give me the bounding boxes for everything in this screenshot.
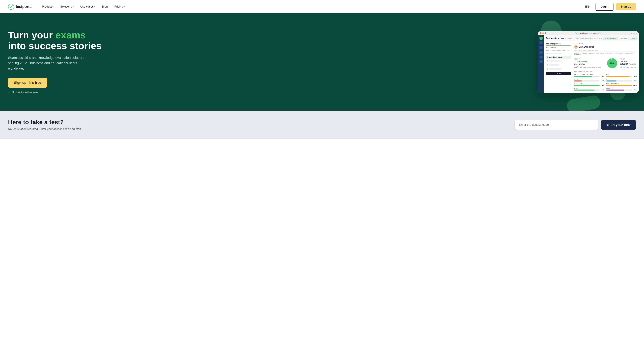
test-dot-3 — [547, 60, 548, 62]
sidebar-icon-4 — [540, 51, 542, 54]
window-title: Skills and knowledge assessment — [575, 32, 602, 34]
nav-item-usecases[interactable]: Use cases ▾ — [78, 4, 98, 10]
sidebar-icon-1 — [540, 37, 542, 40]
window-controls — [540, 32, 546, 34]
mock-header-title: Test sheets review — [546, 37, 564, 40]
test-item-3 — [546, 59, 571, 63]
mock-config-section: Test configuration 100% completed — [546, 43, 571, 48]
score-item: MATH 30% — [574, 78, 604, 82]
mock-test-list: Test progress & results Test sheets revi… — [546, 49, 571, 71]
placeholder-bar-5 — [549, 68, 562, 70]
test-dot-4 — [547, 64, 548, 66]
chevron-down-icon: ▾ — [590, 6, 590, 8]
score-circle-chart: 97% — [607, 58, 617, 68]
mock-main: Test sheets review Respondent Olivia Wil… — [544, 36, 639, 93]
total-time-value: 00:32:05 / 01:30:00 — [620, 62, 636, 65]
score-item: LAW 90% — [606, 74, 636, 77]
no-credit-card-note: ✓ No credit card required — [8, 91, 102, 94]
test-item-4 — [546, 63, 571, 67]
result-status: ✓ Test passed — [574, 60, 604, 63]
take-test-subtitle: No registration required. Enter your acc… — [8, 128, 82, 131]
nav-links: Product ▾ Solutions ▾ Use cases ▾ Blog P… — [39, 4, 128, 10]
score-item: SECURITY 70% — [606, 87, 636, 91]
test-dot-1 — [547, 53, 548, 54]
sidebar-icon-6 — [540, 60, 542, 63]
take-test-right: Start your test — [88, 120, 636, 130]
test-item-5 — [546, 67, 571, 71]
check-icon: ✓ — [8, 91, 10, 94]
take-test-section: Here to take a test? No registration req… — [0, 111, 644, 139]
sidebar-icon-2 — [540, 42, 542, 44]
hero-cta-button[interactable]: Sign up - it's free — [8, 78, 47, 88]
timer-bar — [620, 66, 636, 66]
window-actions: – □ × — [631, 32, 637, 34]
hero-subtitle: Seamless skills and knowledge evaluation… — [8, 55, 88, 71]
mock-result-row: RESULT ✓ Test passed Grade Excellent — [574, 57, 636, 68]
score-item: ACCOUNTING 100% — [574, 83, 604, 86]
test-item-sheets: Test sheets review — [546, 56, 571, 59]
mock-content: Test configuration 100% completed Test p… — [544, 41, 639, 93]
end-test-btn: End test — [546, 72, 571, 75]
sidebar-icon-5 — [540, 56, 542, 58]
score-item: IT 40% — [606, 78, 636, 82]
mock-header-title-group: Test sheets review — [546, 37, 564, 40]
score-item: PRODUCTS & PROCEDURES 70% — [574, 74, 604, 77]
mock-respondent: RESPONDENT OW Olivia Williams Email addr… — [574, 43, 636, 55]
mock-titlebar: Skills and knowledge assessment – □ × — [538, 31, 639, 36]
mock-left-panel: Test configuration 100% completed Test p… — [546, 43, 571, 91]
check-circle-icon: ✓ — [574, 60, 576, 63]
dashboard-mockup: Skills and knowledge assessment – □ × Te… — [538, 31, 639, 93]
minimize-icon: – — [631, 32, 632, 34]
close-icon: × — [636, 32, 637, 34]
chevron-down-icon: ▾ — [72, 6, 74, 8]
consent-text: Consent on start page I agree with the T… — [574, 52, 636, 55]
progress-fill — [546, 46, 571, 46]
nav-item-pricing[interactable]: Pricing ▾ — [112, 4, 128, 10]
mock-timer: TIMER Total time 00:32:05 / 01:30:00 — [620, 58, 636, 68]
login-button[interactable]: Login — [596, 3, 613, 11]
send-btn: Send — [630, 37, 636, 40]
test-dot-5 — [547, 68, 548, 70]
minimize-dot — [542, 32, 544, 34]
mock-header-actions: Respondent Olivia Williams (o.williams@.… — [566, 37, 636, 40]
nav-item-blog[interactable]: Blog — [99, 4, 110, 10]
test-dot-active — [547, 56, 548, 58]
sidebar-icon-3 — [540, 46, 542, 49]
score-per-category: SCORE PER CATEGORY PRODUCTS & PROCEDURES… — [574, 70, 636, 91]
nav-item-product[interactable]: Product ▾ — [39, 4, 56, 10]
mock-body: Test sheets review Respondent Olivia Wil… — [538, 36, 639, 93]
mock-result-left: RESULT ✓ Test passed Grade Excellent — [574, 58, 604, 68]
grade-row: Grade Excellent — [574, 63, 604, 65]
download-btn: Download — [619, 37, 629, 40]
placeholder-bar-4 — [549, 64, 559, 66]
start-test-button[interactable]: Start your test — [601, 120, 636, 130]
svg-point-0 — [8, 4, 14, 10]
logo-text: testportal — [16, 4, 32, 9]
score-grid: PRODUCTS & PROCEDURES 70% LAW 90% MATH — [574, 74, 636, 91]
nav-prev-icon: ‹ — [599, 37, 600, 39]
bg-shape-3 — [566, 94, 602, 111]
chevron-down-icon: ▾ — [94, 6, 95, 8]
nav-next-icon: › — [601, 37, 602, 39]
navbar-left: testportal Product ▾ Solutions ▾ Use cas… — [8, 4, 128, 10]
language-selector[interactable]: EN ▾ — [583, 4, 593, 10]
logo-icon — [8, 4, 14, 10]
maximize-icon: □ — [634, 32, 634, 34]
signup-button[interactable]: Sign up — [616, 3, 636, 10]
bottom-area — [0, 139, 644, 152]
navbar: testportal Product ▾ Solutions ▾ Use cas… — [0, 0, 644, 14]
avatar: OW — [574, 45, 578, 49]
hero-content: Turn your exams into success stories Sea… — [8, 30, 102, 94]
nav-item-solutions[interactable]: Solutions ▾ — [58, 4, 76, 10]
hero-section: Turn your exams into success stories Sea… — [0, 14, 644, 111]
take-test-left: Here to take a test? No registration req… — [8, 119, 82, 131]
hero-title: Turn your exams into success stories — [8, 30, 102, 51]
mock-header: Test sheets review Respondent Olivia Wil… — [544, 36, 639, 41]
descriptive-grade: Descriptive grade An impressive result. … — [574, 66, 604, 68]
maximize-dot — [545, 32, 546, 34]
access-code-input[interactable] — [514, 120, 598, 130]
mock-right-panel: RESPONDENT OW Olivia Williams Email addr… — [574, 43, 636, 91]
respondent-view-btn: Respondent view — [603, 37, 618, 40]
logo[interactable]: testportal — [8, 4, 32, 10]
test-item-1 — [546, 52, 571, 55]
